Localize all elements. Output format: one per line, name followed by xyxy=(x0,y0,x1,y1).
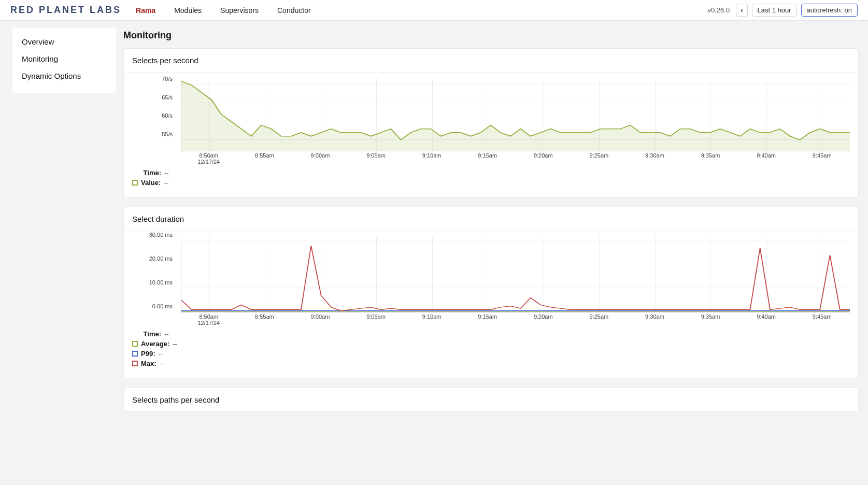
panel-title: Selects per second xyxy=(124,49,858,73)
svg-marker-0 xyxy=(181,81,850,151)
main-content: Monitoring Selects per second 55/s60/s65… xyxy=(116,21,868,433)
legend-max-value: -- xyxy=(160,360,164,367)
legend-time-value: -- xyxy=(164,330,169,338)
nav-rama[interactable]: Rama xyxy=(136,6,155,15)
y-tick-label: 70/s xyxy=(162,76,173,82)
legend-p99-label: P99: xyxy=(141,350,155,358)
chevron-left-icon: ‹ xyxy=(741,6,743,14)
legend-swatch-value-icon xyxy=(132,180,138,186)
version-label: v0.26.0 xyxy=(708,6,730,14)
x-tick-label: 9:45am xyxy=(813,152,832,159)
legend-p99-value: -- xyxy=(158,350,163,358)
x-tick-label: 9:00am xyxy=(311,152,330,159)
legend-value-value: -- xyxy=(164,179,168,187)
legend-swatch-max-icon xyxy=(132,361,138,366)
panel-title: Select duration xyxy=(124,207,858,231)
logo: RED PLANET LABS xyxy=(10,5,121,16)
legend-time-value: -- xyxy=(164,169,169,177)
y-tick-label: 30.00 ms xyxy=(149,232,173,238)
header-right: v0.26.0 ‹ Last 1 hour autorefresh: on xyxy=(708,4,858,17)
x-tick-label: 9:30am xyxy=(645,152,664,159)
legend-average-value: -- xyxy=(173,340,177,348)
legend-swatch-p99-icon xyxy=(132,351,138,356)
y-tick-label: 65/s xyxy=(162,94,173,101)
y-tick-label: 0.00 ms xyxy=(152,303,173,309)
y-tick-label: 20.00 ms xyxy=(149,255,173,262)
sidebar-item-dynamic-options[interactable]: Dynamic Options xyxy=(12,67,116,84)
x-tick-label: 9:25am xyxy=(590,313,609,320)
timerange-back-button[interactable]: ‹ xyxy=(736,4,747,17)
x-tick-label: 8:55am xyxy=(255,313,274,320)
nav-supervisors[interactable]: Supervisors xyxy=(220,6,259,15)
y-tick-label: 10.00 ms xyxy=(149,279,173,286)
x-tick-label: 9:30am xyxy=(645,313,664,320)
x-tick-label: 9:05am xyxy=(366,152,386,159)
sidebar-item-monitoring[interactable]: Monitoring xyxy=(12,50,116,67)
top-nav: Rama Modules Supervisors Conductor xyxy=(136,6,311,15)
legend-max-label: Max: xyxy=(141,360,156,367)
nav-conductor[interactable]: Conductor xyxy=(277,6,311,15)
top-header: RED PLANET LABS Rama Modules Supervisors… xyxy=(0,0,868,21)
x-tick-label: 9:35am xyxy=(701,152,720,159)
x-tick-label: 9:20am xyxy=(534,313,553,320)
autorefresh-toggle[interactable]: autorefresh: on xyxy=(801,4,858,17)
y-tick-label: 60/s xyxy=(162,112,173,119)
x-tick-label: 9:05am xyxy=(366,313,386,320)
x-tick-label: 9:10am xyxy=(422,152,442,159)
legend-time-label: Time: xyxy=(132,330,161,338)
nav-modules[interactable]: Modules xyxy=(174,6,202,15)
x-tick-label: 8:55am xyxy=(255,152,274,159)
x-tick-label: 9:00am xyxy=(311,313,330,320)
x-tick-label: 8:50am12/17/24 xyxy=(197,313,220,326)
panel-select-duration: Select duration 0.00 ms10.00 ms20.00 ms3… xyxy=(123,207,859,378)
chart-legend: Time: -- Average: -- P99: -- xyxy=(132,330,850,367)
x-tick-label: 8:50am12/17/24 xyxy=(197,152,220,165)
x-tick-label: 9:25am xyxy=(590,152,609,159)
sidebar-item-overview[interactable]: Overview xyxy=(12,33,116,50)
x-tick-label: 9:15am xyxy=(478,313,497,320)
legend-value-label: Value: xyxy=(141,179,161,187)
x-tick-label: 9:35am xyxy=(701,313,720,320)
chart-selects-per-second[interactable]: 55/s60/s65/s70/s8:50am12/17/248:55am9:00… xyxy=(132,78,850,166)
panel-title: Selects paths per second xyxy=(124,388,858,411)
panel-selects-per-second: Selects per second 55/s60/s65/s70/s8:50a… xyxy=(123,48,859,197)
x-tick-label: 9:40am xyxy=(757,152,776,159)
timerange-button[interactable]: Last 1 hour xyxy=(752,4,797,17)
x-tick-label: 9:10am xyxy=(422,313,442,320)
legend-time-label: Time: xyxy=(132,169,161,177)
chart-legend: Time: -- Value: -- xyxy=(132,169,850,187)
x-tick-label: 9:45am xyxy=(813,313,832,320)
page-title: Monitoring xyxy=(123,30,859,41)
y-tick-label: 55/s xyxy=(162,131,173,137)
panel-selects-paths-per-second: Selects paths per second xyxy=(123,388,859,412)
legend-swatch-average-icon xyxy=(132,341,138,347)
sidebar: Overview Monitoring Dynamic Options xyxy=(12,28,116,93)
x-tick-label: 9:15am xyxy=(478,152,497,159)
legend-average-label: Average: xyxy=(141,340,169,348)
chart-select-duration[interactable]: 0.00 ms10.00 ms20.00 ms30.00 ms8:50am12/… xyxy=(132,236,850,327)
x-tick-label: 9:20am xyxy=(534,152,553,159)
x-tick-label: 9:40am xyxy=(757,313,776,320)
